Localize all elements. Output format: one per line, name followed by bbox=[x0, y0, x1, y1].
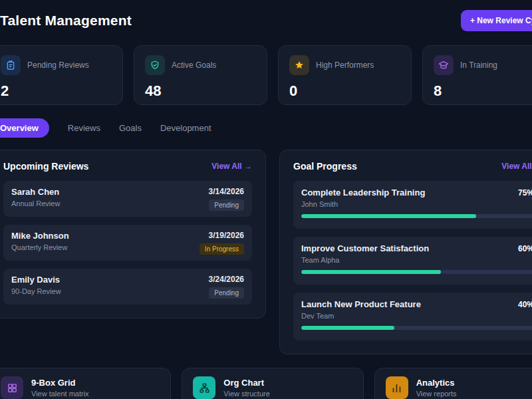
quick-action-title: 9-Box Grid bbox=[31, 378, 89, 388]
talent-dashboard: Talent Management + New Review Cycle Pen… bbox=[0, 0, 532, 399]
goal-title: Improve Customer Satisfaction bbox=[301, 243, 429, 253]
stat-label: Pending Reviews bbox=[27, 61, 89, 70]
goal-progress-panel: Goal Progress View All → Complete Leader… bbox=[279, 150, 532, 354]
status-badge: In Progress bbox=[200, 243, 244, 255]
stat-value: 48 bbox=[145, 82, 256, 100]
stat-card-active-goals: Active Goals 48 bbox=[134, 45, 267, 105]
progress-track bbox=[301, 270, 532, 274]
status-badge: Pending bbox=[209, 287, 244, 299]
tab-development[interactable]: Development bbox=[160, 118, 211, 138]
review-type: Quarterly Review bbox=[11, 243, 69, 251]
stat-label: Active Goals bbox=[172, 61, 216, 70]
goal-row[interactable]: Launch New Product Feature 40% Dev Team bbox=[293, 293, 532, 340]
progress-fill bbox=[301, 326, 394, 330]
upcoming-reviews-panel: Upcoming Reviews View All → Sarah Chen A… bbox=[0, 150, 266, 319]
goal-row[interactable]: Improve Customer Satisfaction 60% Team A… bbox=[293, 237, 532, 285]
quick-actions-row: 9-Box Grid View talent matrix Org Chart … bbox=[0, 368, 532, 399]
panel-title: Goal Progress bbox=[293, 161, 357, 172]
upcoming-view-all-link[interactable]: View All → bbox=[211, 162, 252, 171]
shield-check-icon bbox=[145, 55, 165, 75]
goal-row[interactable]: Complete Leadership Training 75% John Sm… bbox=[293, 181, 532, 229]
status-badge: Pending bbox=[209, 200, 244, 211]
review-type: Annual Review bbox=[11, 200, 60, 207]
goal-owner: Dev Team bbox=[301, 312, 532, 320]
tab-reviews[interactable]: Reviews bbox=[68, 118, 100, 138]
review-name: Emily Davis bbox=[11, 275, 61, 285]
org-chart-icon bbox=[193, 376, 215, 399]
goal-percent: 75% bbox=[518, 188, 532, 198]
quick-action-title: Analytics bbox=[416, 378, 457, 388]
quick-action-title: Org Chart bbox=[223, 378, 270, 388]
review-date: 3/14/2026 bbox=[209, 187, 244, 196]
new-review-cycle-button[interactable]: + New Review Cycle bbox=[461, 10, 532, 31]
progress-fill bbox=[301, 214, 476, 218]
review-name: Mike Johnson bbox=[11, 231, 69, 241]
goals-view-all-link[interactable]: View All → bbox=[501, 162, 532, 171]
quick-action-subtitle: View talent matrix bbox=[31, 390, 89, 398]
goal-title: Launch New Product Feature bbox=[301, 299, 421, 309]
stat-label: In Training bbox=[460, 61, 497, 70]
clipboard-icon bbox=[1, 55, 21, 75]
progress-track bbox=[301, 326, 532, 330]
review-date: 3/19/2026 bbox=[200, 231, 244, 240]
progress-track bbox=[301, 214, 532, 218]
graduation-icon bbox=[434, 55, 454, 75]
stat-card-high-performers: High Performers 0 bbox=[278, 45, 412, 105]
goal-owner: John Smith bbox=[301, 200, 532, 208]
page-title: Talent Management bbox=[0, 13, 132, 29]
progress-fill bbox=[301, 270, 441, 274]
stat-value: 0 bbox=[289, 82, 400, 100]
stats-row: Pending Reviews 2 Active Goals 48 High P… bbox=[0, 45, 532, 105]
quick-action-subtitle: View structure bbox=[223, 390, 270, 398]
tab-goals[interactable]: Goals bbox=[119, 118, 142, 138]
star-icon bbox=[289, 55, 309, 75]
stat-card-pending-reviews: Pending Reviews 2 bbox=[0, 45, 123, 105]
goal-owner: Team Alpha bbox=[301, 256, 532, 264]
panel-title: Upcoming Reviews bbox=[3, 161, 88, 172]
review-type: 90-Day Review bbox=[11, 287, 61, 295]
review-date: 3/24/2026 bbox=[209, 275, 244, 284]
review-row[interactable]: Mike Johnson Quarterly Review 3/19/2026 … bbox=[3, 225, 252, 261]
review-name: Sarah Chen bbox=[11, 187, 60, 197]
analytics-card[interactable]: Analytics View reports bbox=[374, 368, 532, 399]
top-bar: Talent Management + New Review Cycle bbox=[0, 7, 532, 35]
stat-card-in-training: In Training 8 bbox=[422, 45, 532, 105]
stat-value: 8 bbox=[434, 82, 532, 100]
nine-box-grid-card[interactable]: 9-Box Grid View talent matrix bbox=[0, 368, 171, 399]
tab-overview[interactable]: Overview bbox=[0, 118, 49, 138]
main-panels: Upcoming Reviews View All → Sarah Chen A… bbox=[0, 150, 532, 354]
review-row[interactable]: Emily Davis 90-Day Review 3/24/2026 Pend… bbox=[3, 269, 252, 305]
tab-bar: Overview Reviews Goals Development bbox=[0, 118, 532, 138]
goal-title: Complete Leadership Training bbox=[301, 188, 425, 198]
stat-value: 2 bbox=[1, 82, 112, 100]
bar-chart-icon bbox=[386, 376, 408, 399]
stat-label: High Performers bbox=[316, 61, 374, 70]
review-row[interactable]: Sarah Chen Annual Review 3/14/2026 Pendi… bbox=[3, 181, 252, 217]
org-chart-card[interactable]: Org Chart View structure bbox=[182, 368, 363, 399]
grid-icon bbox=[1, 376, 23, 399]
goal-percent: 40% bbox=[518, 300, 532, 309]
goal-percent: 60% bbox=[518, 244, 532, 253]
quick-action-subtitle: View reports bbox=[416, 390, 457, 398]
